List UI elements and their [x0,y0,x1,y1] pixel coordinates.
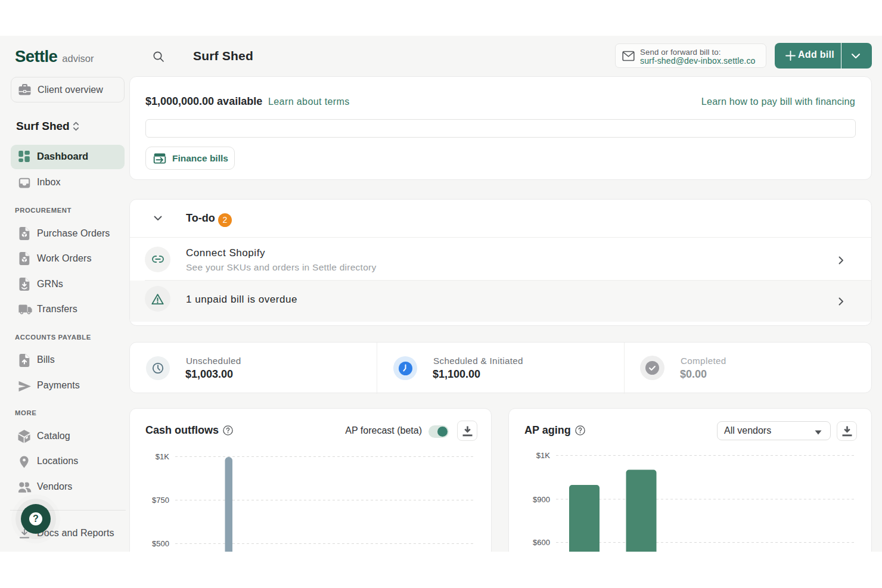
svg-text:$600: $600 [533,538,550,547]
svg-text:$900: $900 [533,495,550,504]
svg-text:$500: $500 [152,539,169,548]
svg-text:$1K: $1K [536,451,550,460]
svg-text:$1K: $1K [156,452,169,461]
svg-text:$750: $750 [152,496,169,505]
